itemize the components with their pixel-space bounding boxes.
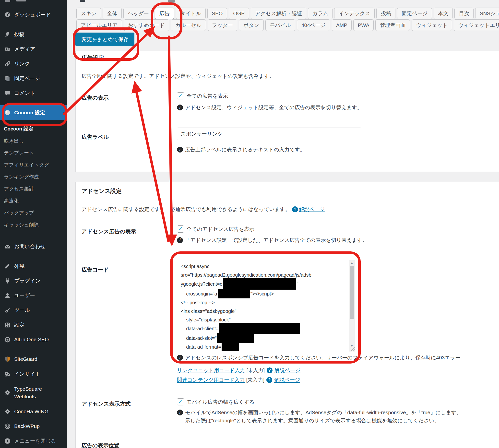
sidebar-item-コメント[interactable]: コメント (0, 86, 67, 100)
appearance-icon (4, 263, 11, 270)
tab-インデックス[interactable]: インデックス (334, 8, 375, 19)
sidebar-item-label: ダッシュボード (14, 11, 51, 18)
sidebar-item-設定[interactable]: 設定 (0, 318, 67, 332)
manual-page-link[interactable]: 解説ページ (274, 367, 300, 374)
sidebar-item-プラグイン[interactable]: プラグイン (0, 273, 67, 288)
manual-page-link[interactable]: 解説ページ (299, 205, 325, 213)
tab-スキン[interactable]: スキン (76, 8, 101, 19)
tab-投稿[interactable]: 投稿 (376, 8, 395, 19)
sidebar-item-siteguard[interactable]: SiteGuard (0, 352, 67, 367)
tab-本文[interactable]: 本文 (434, 8, 453, 19)
show-all-ads-checkbox[interactable]: ✓ (177, 92, 184, 99)
code-line: src="https://pagead2.googlesyndication.c… (181, 271, 349, 279)
sidebar-item-ツール[interactable]: ツール (0, 303, 67, 318)
sidebar-item-conoha-wing[interactable]: ConoHa WING (0, 404, 67, 419)
backwpup-icon (4, 423, 11, 430)
tab-アピールエリア[interactable]: アピールエリア (76, 19, 122, 31)
tab-カルーセル[interactable]: カルーセル (171, 19, 206, 31)
redacted-value (218, 289, 250, 298)
sidebar-item-外観[interactable]: 外観 (0, 259, 67, 273)
submenu-item-アクセス集計[interactable]: アクセス集計 (0, 183, 67, 195)
info-text: 示した際は"rectangle"として表示されます。意図通りのサイズで表示する場… (185, 417, 462, 425)
link-icon (4, 60, 11, 67)
code-input-link[interactable]: リンクユニット用コード入力 (177, 367, 245, 374)
tab-ウィジェットエリア[interactable]: ウィジェットエリア (454, 19, 499, 31)
submenu-item-テンプレート[interactable]: テンプレート (0, 147, 67, 159)
tab-広告[interactable]: 広告 (155, 8, 174, 19)
tab-フッター[interactable]: フッター (208, 19, 237, 31)
save-changes-button[interactable]: 変更をまとめて保存 (75, 32, 134, 46)
ad-label-input[interactable] (177, 128, 361, 140)
sidebar-item-typesquare-webfonts[interactable]: TypeSquare Webfonts (0, 381, 67, 404)
submenu-item-キャッシュ削除[interactable]: キャッシュ削除 (0, 219, 67, 231)
sidebar-item-投稿[interactable]: 投稿 (0, 27, 67, 42)
redacted-value (217, 333, 254, 343)
tab-カラム[interactable]: カラム (308, 8, 333, 19)
sidebar-item-ユーザー[interactable]: ユーザー (0, 288, 67, 303)
adsense-display-label: アドセンス広告の表示 (81, 228, 136, 235)
widen-mobile-ads-checkbox[interactable]: ✓ (177, 398, 184, 405)
adsense-format-label: アドセンス表示方式 (81, 400, 131, 408)
comments-icon (4, 90, 11, 96)
tab-ヘッダー[interactable]: ヘッダー (123, 8, 153, 19)
submenu-item-アフィリエイトタグ[interactable]: アフィリエイトタグ (0, 159, 67, 171)
submenu-item-吹き出し[interactable]: 吹き出し (0, 135, 67, 147)
info-text: アドセンス設定、ウィジェット設定等、全ての広告の表示を切り替えます。 (185, 104, 362, 112)
code-input-link[interactable]: 関連コンテンツ用コード入力 (177, 377, 245, 383)
sidebar-item-リンク[interactable]: リンク (0, 56, 67, 71)
tab-目次[interactable]: 目次 (454, 8, 474, 19)
ad-code-textarea[interactable]: <script asyncsrc="https://pagead2.google… (177, 260, 355, 352)
sidebar-item-all-in-one-seo[interactable]: All in One SEO (0, 332, 67, 347)
tab-ウィジェット[interactable]: ウィジェット (412, 19, 452, 31)
tab-ボタン[interactable]: ボタン (239, 19, 263, 31)
code-input-link-row: 関連コンテンツ用コード入力[未入力]?解説ページ (177, 377, 300, 383)
tab-404ページ[interactable]: 404ページ (297, 19, 330, 31)
sidebar-item-固定ページ[interactable]: 固定ページ (0, 71, 67, 86)
submenu-item-cocoon-設定[interactable]: Cocoon 設定 (0, 123, 67, 135)
sidebar-item-メディア[interactable]: メディア (0, 42, 67, 56)
sidebar-item-label: ユーザー (14, 292, 35, 299)
tab-管理者画面[interactable]: 管理者画面 (375, 19, 410, 31)
tab-seo[interactable]: SEO (207, 8, 227, 19)
settings-tabs-row1: スキン全体ヘッダー広告タイトルSEOOGPアクセス解析・認証カラムインデックス投… (76, 8, 499, 19)
show-all-adsense-checkbox[interactable]: ✓ (177, 225, 184, 233)
code-line: crossorigin="a"></script> (181, 290, 349, 298)
sidebar-item-お問い合わせ[interactable]: お問い合わせ (0, 239, 67, 254)
manual-page-link[interactable]: 解説ページ (274, 377, 300, 383)
sidebar-item-label: ConoHa WING (14, 409, 48, 415)
tab-おすすめカード[interactable]: おすすめカード (124, 19, 169, 31)
submenu-item-バックアップ[interactable]: バックアップ (0, 207, 67, 219)
scroll-up-icon[interactable]: ▲ (349, 260, 355, 265)
sidebar-item-collapse-menu[interactable]: メニューを閉じる (0, 433, 67, 448)
submenu-item-ランキング作成[interactable]: ランキング作成 (0, 171, 67, 183)
sidebar-item-ダッシュボード[interactable]: ダッシュボード (0, 7, 67, 22)
scrollbar-thumb[interactable] (350, 266, 354, 319)
sidebar-item-backwpup[interactable]: BackWPup (0, 419, 67, 433)
info-icon: i (177, 105, 183, 111)
tab-amp[interactable]: AMP (332, 19, 352, 31)
tab-全体[interactable]: 全体 (103, 8, 122, 19)
textarea-scrollbar[interactable]: ▲ ▼ (349, 260, 355, 352)
sidebar-item-label: 設定 (14, 321, 24, 328)
tab-snsシェア[interactable]: SNSシェア (475, 8, 499, 19)
info-text: アドセンスのレスポンシブ広告コードを入力してください。サーバーのファイアウォール… (185, 354, 460, 362)
tab-固定ページ[interactable]: 固定ページ (397, 8, 432, 19)
sidebar-item-cocoon-設定[interactable]: Cocoon 設定 (0, 105, 67, 120)
code-line: data-ad-format= (181, 343, 349, 351)
panel-title: 広告設定 (81, 54, 104, 62)
code-line: ygoogle.js?client=c" (181, 279, 349, 290)
pages-icon (4, 75, 11, 82)
tab-モバイル[interactable]: モバイル (265, 19, 295, 31)
code-line: <script async (181, 262, 349, 271)
clipped-adminbar-fragment (80, 0, 85, 2)
sidebar-item-インサイト[interactable]: インサイト (0, 367, 67, 381)
tab-pwa[interactable]: PWA (353, 19, 374, 31)
tab-アクセス解析・認証[interactable]: アクセス解析・認証 (251, 8, 306, 19)
submenu-item-高速化[interactable]: 高速化 (0, 195, 67, 207)
help-icon: ? (292, 206, 298, 212)
tab-タイトル[interactable]: タイトル (176, 8, 206, 19)
tab-ogp[interactable]: OGP (229, 8, 249, 19)
resize-handle-icon[interactable] (351, 347, 354, 351)
sidebar-item-label: ツール (14, 307, 30, 314)
gear-icon (4, 408, 11, 415)
